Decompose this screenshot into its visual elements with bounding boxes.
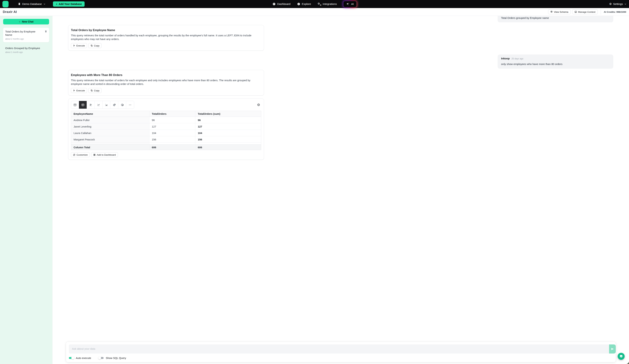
table-row: Laura Callahan 104 104 xyxy=(71,130,261,136)
external-link-icon xyxy=(73,154,75,156)
chart-type-more[interactable] xyxy=(126,101,134,109)
chat-history-time: about 2 months ago xyxy=(5,38,47,40)
query-result-card: ⚙ EmployeeName TotalOrders TotalOrders (… xyxy=(68,99,264,160)
ai-query-card: Total Orders by Employee Name This query… xyxy=(68,25,264,51)
query-description: This query retrieves the total number of… xyxy=(71,78,261,86)
play-icon xyxy=(73,89,75,92)
column-header: TotalOrders xyxy=(149,111,195,117)
explore-icon xyxy=(297,2,300,5)
copy-button[interactable]: Copy xyxy=(88,88,102,93)
table-total-row: Column Total 606 606 xyxy=(71,145,261,150)
chart-type-line[interactable] xyxy=(95,101,103,109)
column-header: EmployeeName xyxy=(71,111,149,117)
area-chart-icon xyxy=(105,103,108,107)
chart-type-pivot-table[interactable] xyxy=(79,101,87,109)
chart-type-pie[interactable] xyxy=(110,101,118,109)
top-nav: Demo Database + Add Your Database Dashbo… xyxy=(0,0,314,8)
chat-history-title: Total Orders by Employee Name xyxy=(5,30,47,36)
nav-item-dashboard[interactable]: Dashboard xyxy=(272,2,290,5)
chart-settings-gear-icon[interactable]: ⚙ xyxy=(257,103,260,107)
pie-chart-icon xyxy=(113,103,116,107)
play-icon xyxy=(73,45,75,47)
plus-icon: + xyxy=(19,20,20,23)
table-row-partial xyxy=(71,143,261,145)
database-label: Demo Database xyxy=(22,2,42,5)
query-title: Total Orders by Employee Name xyxy=(71,28,261,32)
execute-button[interactable]: Execute xyxy=(71,88,87,93)
result-table: EmployeeName TotalOrders TotalOrders (su… xyxy=(71,111,261,150)
pivot-table-icon xyxy=(81,103,85,107)
donut-chart-icon xyxy=(121,103,124,107)
chat-history-title: Orders Grouped by Employee xyxy=(5,46,47,50)
chat-history-item[interactable]: Orders Grouped by Employee about 1 month… xyxy=(3,44,49,56)
dashboard-grid-icon xyxy=(93,154,96,156)
execute-button[interactable]: Execute xyxy=(71,43,87,48)
plus-icon: + xyxy=(56,3,57,5)
table-row: Margaret Peacock 156 156 xyxy=(71,136,261,143)
customize-button[interactable]: Customize xyxy=(71,152,90,157)
database-icon xyxy=(18,3,21,5)
chart-type-donut[interactable] xyxy=(118,101,126,109)
total-label: Column Total xyxy=(71,145,149,150)
primary-nav: Dashboard Explore ⚙⚙ Integrations xyxy=(272,1,314,7)
database-selector[interactable]: Demo Database xyxy=(18,2,46,5)
chat-history-item[interactable]: Total Orders by Employee Name about 2 mo… xyxy=(3,28,49,42)
chart-type-table[interactable] xyxy=(71,101,79,109)
table-header-row: EmployeeName TotalOrders TotalOrders (su… xyxy=(71,111,261,117)
line-chart-icon xyxy=(97,103,100,107)
chart-type-switcher xyxy=(71,101,134,109)
chart-type-area[interactable] xyxy=(103,101,110,109)
trash-icon[interactable] xyxy=(44,30,47,33)
dashboard-icon xyxy=(272,2,276,5)
chat-panel: Total Orders grouped by Employee name To… xyxy=(52,16,314,182)
app-window: Demo Database + Add Your Database Dashbo… xyxy=(0,0,314,182)
copy-icon xyxy=(91,89,93,92)
ellipsis-icon xyxy=(128,103,132,107)
total-orders: 606 xyxy=(149,145,195,150)
table-row: Janet Leverling 127 127 xyxy=(71,123,261,130)
table-row: Andrew Fuller 96 96 xyxy=(71,117,261,123)
new-chat-button[interactable]: + New Chat xyxy=(3,19,49,24)
query-description: This query retrieves the total number of… xyxy=(71,33,261,41)
column-header: TotalOrders (sum) xyxy=(195,111,261,117)
copy-icon xyxy=(91,45,93,47)
chat-scroll-area[interactable]: Total Orders grouped by Employee name To… xyxy=(52,16,314,182)
query-title: Employees with More Than 80 Orders xyxy=(71,73,261,77)
chevron-down-icon xyxy=(43,3,46,5)
table-icon xyxy=(73,103,77,107)
copy-button[interactable]: Copy xyxy=(88,43,102,48)
chat-sidebar: + New Chat Total Orders by Employee Name… xyxy=(0,16,52,182)
draxlr-logo xyxy=(2,1,8,7)
chart-type-bar[interactable] xyxy=(87,101,95,109)
total-sum: 606 xyxy=(195,145,261,150)
page-title: Draxlr AI xyxy=(3,10,17,14)
chat-history-time: about 1 month ago xyxy=(5,51,47,53)
nav-item-explore[interactable]: Explore xyxy=(297,2,311,5)
page-header: Draxlr AI View Schema Manage Context AI … xyxy=(0,8,314,16)
add-to-dashboard-button[interactable]: Add to Dashboard xyxy=(91,152,118,157)
ai-query-card: Employees with More Than 80 Orders This … xyxy=(68,70,264,96)
add-database-button[interactable]: + Add Your Database xyxy=(53,1,85,7)
bar-chart-icon xyxy=(89,103,92,107)
